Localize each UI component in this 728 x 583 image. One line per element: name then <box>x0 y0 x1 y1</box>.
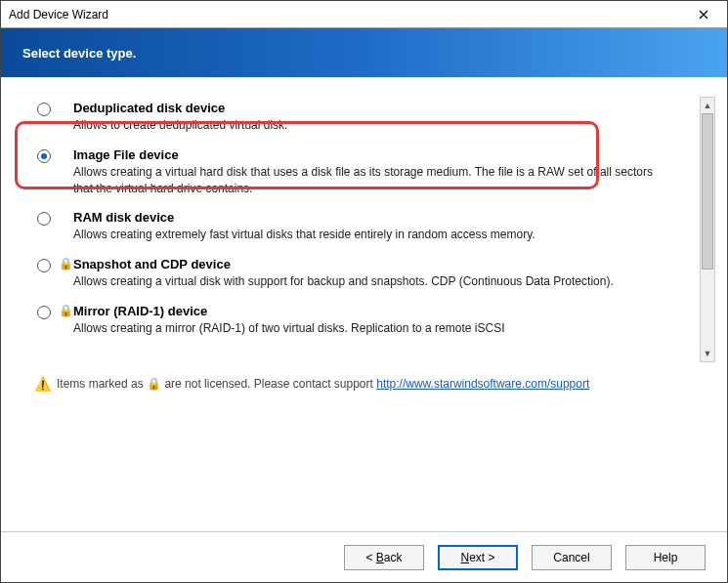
close-icon <box>699 10 708 20</box>
wizard-body: Deduplicated disk deviceAllows to create… <box>1 77 727 531</box>
wizard-window: Add Device Wizard Select device type. De… <box>0 0 728 583</box>
help-button[interactable]: Help <box>625 545 706 570</box>
lock-icon: 🔒 <box>147 377 161 391</box>
option-desc: Allows creating a virtual disk with supp… <box>73 273 674 290</box>
scroll-thumb[interactable] <box>702 113 713 270</box>
radio-deduplicated[interactable] <box>37 103 51 116</box>
warning-icon: ⚠️ <box>34 376 51 392</box>
radio-snapshot[interactable] <box>37 259 51 272</box>
titlebar: Add Device Wizard <box>1 1 727 28</box>
option-title: Mirror (RAID-1) device <box>73 304 674 318</box>
note-mid: are not licensed. Please contact support <box>164 377 372 391</box>
scroll-track[interactable] <box>701 113 714 346</box>
option-desc: Allows creating a mirror (RAID-1) of two… <box>73 320 674 337</box>
device-type-list: Deduplicated disk deviceAllows to create… <box>30 97 698 370</box>
window-title: Add Device Wizard <box>9 8 108 21</box>
radio-imagefile[interactable] <box>37 149 51 163</box>
device-option-mirror[interactable]: 🔒Mirror (RAID-1) deviceAllows creating a… <box>30 300 674 347</box>
option-desc: Allows creating a virtual hard disk that… <box>73 164 674 197</box>
cancel-button[interactable]: Cancel <box>532 545 612 570</box>
radio-mirror[interactable] <box>37 306 51 319</box>
option-title: RAM disk device <box>73 210 674 225</box>
note-prefix: Items marked as <box>57 377 144 391</box>
option-desc: Allows to create deduplicated virtual di… <box>73 117 674 134</box>
option-title: Image File device <box>73 147 674 162</box>
button-bar: < Back Next > Cancel Help <box>1 531 727 582</box>
next-button[interactable]: Next > <box>438 545 518 570</box>
option-desc: Allows creating extremely fast virtual d… <box>73 227 674 243</box>
option-title: Deduplicated disk device <box>73 101 674 115</box>
license-note: ⚠️ Items marked as 🔒 are not licensed. P… <box>34 376 698 392</box>
scrollbar[interactable]: ▲ ▼ <box>700 97 715 362</box>
wizard-header: Select device type. <box>1 28 727 77</box>
back-button[interactable]: < Back <box>344 545 424 570</box>
scroll-down-button[interactable]: ▼ <box>701 346 714 361</box>
device-option-deduplicated[interactable]: Deduplicated disk deviceAllows to create… <box>30 97 674 144</box>
close-button[interactable] <box>688 4 719 25</box>
device-option-snapshot[interactable]: 🔒Snapshot and CDP deviceAllows creating … <box>30 253 674 300</box>
option-title: Snapshot and CDP device <box>73 257 674 271</box>
lock-icon: 🔒 <box>59 305 73 316</box>
header-text: Select device type. <box>22 46 136 61</box>
radio-ramdisk[interactable] <box>37 212 51 226</box>
device-option-imagefile[interactable]: Image File deviceAllows creating a virtu… <box>30 144 674 207</box>
lock-icon: 🔒 <box>59 258 73 270</box>
device-option-ramdisk[interactable]: RAM disk deviceAllows creating extremely… <box>30 206 674 253</box>
scroll-up-button[interactable]: ▲ <box>701 98 714 113</box>
support-link[interactable]: http://www.starwindsoftware.com/support <box>376 377 589 391</box>
